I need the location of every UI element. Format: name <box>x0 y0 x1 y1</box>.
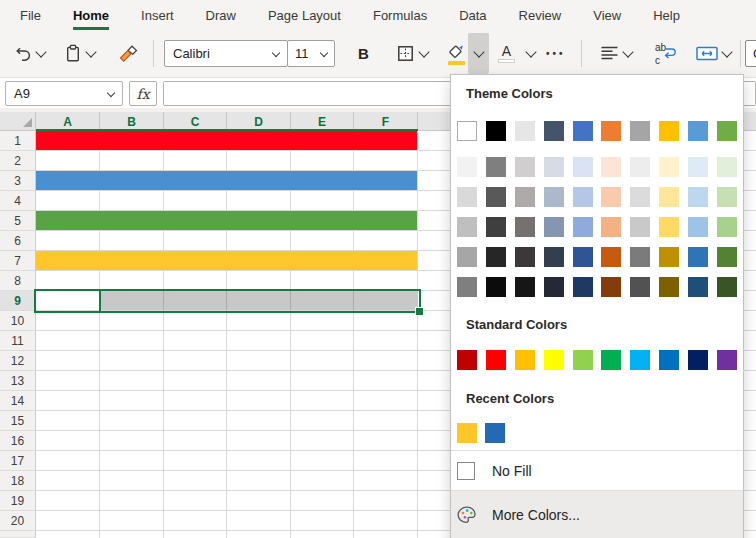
cell-B4[interactable] <box>100 191 164 211</box>
cell-B11[interactable] <box>100 331 164 351</box>
font-color-dropdown-toggle[interactable] <box>520 33 541 74</box>
cell-A20[interactable] <box>36 511 100 531</box>
column-header-B[interactable]: B <box>100 112 164 131</box>
ribbon-tab-formulas[interactable]: Formulas <box>373 0 427 30</box>
cell-A19[interactable] <box>36 491 100 511</box>
cell-F3[interactable] <box>354 171 418 191</box>
cell-D4[interactable] <box>227 191 291 211</box>
cell-B17[interactable] <box>100 451 164 471</box>
color-swatch-C6E0B4[interactable] <box>717 187 737 207</box>
color-swatch-F4B183[interactable] <box>601 217 621 237</box>
color-swatch-C9C9C9[interactable] <box>630 217 650 237</box>
cell-F12[interactable] <box>354 351 418 371</box>
cell-E21[interactable] <box>291 531 354 538</box>
color-swatch-525252[interactable] <box>630 277 650 297</box>
color-swatch-9DC3E6[interactable] <box>688 217 708 237</box>
cell-D21[interactable] <box>227 531 291 538</box>
cell-F8[interactable] <box>354 271 418 291</box>
fill-color-dropdown-toggle[interactable] <box>468 33 489 74</box>
fill-handle[interactable] <box>415 307 424 316</box>
cell-F1[interactable] <box>354 131 418 151</box>
cell-C6[interactable] <box>164 231 227 251</box>
cell-A18[interactable] <box>36 471 100 491</box>
cell-F7[interactable] <box>354 251 418 271</box>
color-swatch-DBDBDB[interactable] <box>630 187 650 207</box>
color-swatch-D6DCE4[interactable] <box>544 157 564 177</box>
select-all-corner[interactable] <box>0 112 36 131</box>
cell-E1[interactable] <box>291 131 354 151</box>
color-swatch-0070C0[interactable] <box>659 350 679 370</box>
fill-color-icon[interactable] <box>446 43 466 65</box>
row-header-4[interactable]: 4 <box>0 191 36 211</box>
color-swatch-FFC629[interactable] <box>457 423 477 443</box>
cell-B10[interactable] <box>100 311 164 331</box>
color-swatch-222B35[interactable] <box>544 277 564 297</box>
cell-D2[interactable] <box>227 151 291 171</box>
more-formatting-button[interactable]: ••• <box>546 30 566 77</box>
cell-E13[interactable] <box>291 371 354 391</box>
cell-B6[interactable] <box>100 231 164 251</box>
color-swatch-7030A0[interactable] <box>717 350 737 370</box>
font-size-select[interactable]: 11 <box>287 40 335 67</box>
row-header-16[interactable]: 16 <box>0 431 36 451</box>
row-header-19[interactable]: 19 <box>0 491 36 511</box>
ribbon-tab-draw[interactable]: Draw <box>206 0 236 30</box>
color-swatch-3A3838[interactable] <box>515 247 535 267</box>
cell-A11[interactable] <box>36 331 100 351</box>
chevron-down-icon[interactable] <box>85 46 96 57</box>
cell-D13[interactable] <box>227 371 291 391</box>
cell-C1[interactable] <box>164 131 227 151</box>
cell-F5[interactable] <box>354 211 418 231</box>
cell-E7[interactable] <box>291 251 354 271</box>
fill-color-button[interactable] <box>446 30 489 77</box>
cell-D16[interactable] <box>227 431 291 451</box>
paste-button[interactable] <box>64 30 95 77</box>
color-swatch-7B7B7B[interactable] <box>630 247 650 267</box>
name-box[interactable]: A9 <box>5 81 123 106</box>
color-swatch-BF9000[interactable] <box>659 247 679 267</box>
color-swatch-7F6000[interactable] <box>659 277 679 297</box>
cell-D7[interactable] <box>227 251 291 271</box>
cell-C5[interactable] <box>164 211 227 231</box>
cell-C13[interactable] <box>164 371 227 391</box>
cell-B18[interactable] <box>100 471 164 491</box>
color-swatch-4472C4[interactable] <box>573 121 593 141</box>
color-swatch-333F4F[interactable] <box>544 247 564 267</box>
cell-D17[interactable] <box>227 451 291 471</box>
row-header-partial[interactable] <box>0 531 36 538</box>
row-header-10[interactable]: 10 <box>0 311 36 331</box>
cell-C11[interactable] <box>164 331 227 351</box>
color-swatch-ACB9CA[interactable] <box>544 187 564 207</box>
cell-A2[interactable] <box>36 151 100 171</box>
row-header-12[interactable]: 12 <box>0 351 36 371</box>
cell-C20[interactable] <box>164 511 227 531</box>
cell-E9[interactable] <box>291 291 354 311</box>
cell-C15[interactable] <box>164 411 227 431</box>
cell-F11[interactable] <box>354 331 418 351</box>
row-header-13[interactable]: 13 <box>0 371 36 391</box>
cell-B13[interactable] <box>100 371 164 391</box>
ribbon-tab-help[interactable]: Help <box>653 0 680 30</box>
cell-D3[interactable] <box>227 171 291 191</box>
color-swatch-8496B0[interactable] <box>544 217 564 237</box>
row-header-5[interactable]: 5 <box>0 211 36 231</box>
cell-A5[interactable] <box>36 211 100 231</box>
cell-F20[interactable] <box>354 511 418 531</box>
color-swatch-EDEDED[interactable] <box>630 157 650 177</box>
cell-C9[interactable] <box>164 291 227 311</box>
row-header-11[interactable]: 11 <box>0 331 36 351</box>
cell-D19[interactable] <box>227 491 291 511</box>
cell-B16[interactable] <box>100 431 164 451</box>
cell-F15[interactable] <box>354 411 418 431</box>
column-header-C[interactable]: C <box>164 112 227 131</box>
cell-A15[interactable] <box>36 411 100 431</box>
chevron-down-icon[interactable] <box>622 46 633 57</box>
alignment-button[interactable] <box>600 30 632 77</box>
color-swatch-ED7D31[interactable] <box>601 121 621 141</box>
row-header-1[interactable]: 1 <box>0 131 36 151</box>
cell-A16[interactable] <box>36 431 100 451</box>
cell-D12[interactable] <box>227 351 291 371</box>
color-swatch-262626[interactable] <box>486 247 506 267</box>
cell-A4[interactable] <box>36 191 100 211</box>
cell-E17[interactable] <box>291 451 354 471</box>
